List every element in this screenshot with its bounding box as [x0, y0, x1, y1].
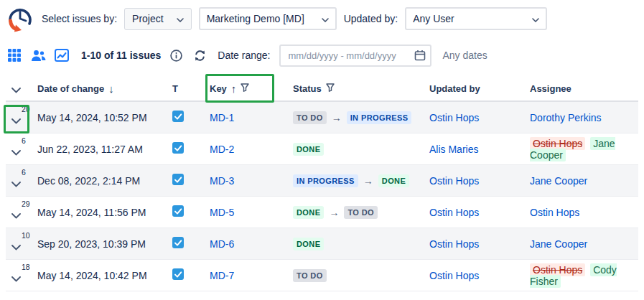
chevron-down-icon — [322, 13, 329, 24]
chevron-down-icon — [177, 13, 184, 24]
project-dropdown[interactable]: Marketing Demo [MD] — [199, 7, 337, 30]
date-of-change: Dec 08, 2022, 2:14 PM — [37, 175, 172, 187]
issue-key-link[interactable]: MD-3 — [210, 175, 234, 187]
refresh-icon[interactable] — [191, 47, 208, 64]
expand-cell: 29 — [6, 197, 37, 228]
expand-all-chevron-icon[interactable] — [11, 85, 21, 95]
filter-funnel-icon[interactable] — [326, 83, 335, 94]
status-cell: TO DO — [293, 269, 429, 282]
issues-table: Date of change ↓ T Key ↑ Status Update — [6, 76, 638, 291]
issue-key-link[interactable]: MD-1 — [210, 112, 234, 123]
assignee-cell: Jane Cooper — [530, 175, 638, 187]
header-date-label: Date of change — [37, 83, 104, 94]
expand-chevron-icon[interactable] — [11, 273, 21, 284]
date-of-change: May 14, 2024, 10:52 PM — [37, 112, 172, 123]
status-badge: IN PROGRESS — [347, 111, 412, 124]
assignee-link[interactable]: Ostin Hops — [530, 207, 579, 218]
change-count: 20 — [22, 105, 30, 113]
table-body: 20 May 14, 2024, 10:52 PM MD-1 TO DO→IN … — [6, 102, 638, 291]
user-dropdown[interactable]: Any User — [405, 7, 547, 30]
task-type-icon — [172, 207, 184, 219]
table-view-icon[interactable] — [6, 47, 23, 64]
status-badge: DONE — [378, 174, 409, 187]
date-range-hint: Any dates — [442, 50, 487, 61]
updated-by-link[interactable]: Ostin Hops — [429, 112, 479, 123]
issues-count: 1-10 of 11 issues — [81, 50, 161, 61]
updated-by-label: Updated by: — [344, 13, 398, 24]
sort-asc-icon[interactable]: ↑ — [231, 83, 237, 95]
expand-chevron-icon[interactable] — [11, 210, 21, 221]
users-view-icon[interactable] — [29, 47, 47, 64]
header-status: Status — [293, 83, 429, 94]
status-cell: IN PROGRESS→DONE — [293, 174, 429, 187]
task-type-icon — [172, 176, 184, 187]
header-assignee-label: Assignee — [530, 83, 571, 94]
select-issues-label: Select issues by: — [42, 13, 117, 24]
assignee-link[interactable]: Jane Cooper — [530, 175, 587, 187]
header-status-label: Status — [293, 83, 322, 94]
status-cell: DONE→TO DO — [293, 206, 429, 219]
assignee-cell: Ostin Hops Jane Cooper — [530, 138, 638, 161]
issue-key-link[interactable]: MD-2 — [210, 144, 234, 155]
type-cell — [172, 205, 210, 219]
issue-key-link[interactable]: MD-7 — [210, 270, 234, 281]
type-cell — [172, 237, 210, 250]
updated-by-link[interactable]: Ostin Hops — [429, 270, 479, 281]
toolbar: 1-10 of 11 issues Date range: — [6, 43, 638, 67]
issue-key-link[interactable]: MD-5 — [210, 207, 234, 218]
expand-chevron-icon[interactable] — [11, 178, 21, 189]
status-badge: DONE — [293, 238, 324, 250]
chart-view-icon[interactable] — [53, 47, 70, 64]
updated-by-link[interactable]: Ostin Hops — [429, 238, 479, 250]
expand-cell: 18 — [6, 260, 37, 291]
header-assignee: Assignee — [530, 83, 638, 94]
status-cell: DONE — [293, 238, 429, 250]
header-key-label: Key — [210, 83, 227, 94]
expand-chevron-icon[interactable] — [11, 241, 21, 253]
table-row: 20 May 14, 2024, 10:52 PM MD-1 TO DO→IN … — [6, 102, 638, 133]
change-count: 29 — [22, 200, 30, 208]
assignee-link[interactable]: Dorothy Perkins — [530, 112, 602, 123]
project-dropdown-value: Marketing Demo [MD] — [207, 13, 304, 24]
status-badge: TO DO — [344, 206, 378, 219]
status-transition-arrow-icon: → — [332, 112, 342, 123]
assignee-link[interactable]: Jane Cooper — [530, 238, 587, 250]
updated-by-link[interactable]: Ostin Hops — [429, 175, 479, 187]
updated-by-link[interactable]: Ostin Hops — [429, 207, 479, 218]
chevron-down-icon — [532, 13, 539, 24]
task-type-icon — [172, 271, 184, 282]
status-badge: DONE — [293, 206, 324, 219]
date-of-change: Sep 20, 2023, 10:39 PM — [37, 238, 172, 250]
filter-funnel-icon[interactable] — [241, 83, 249, 94]
assignee-removed: Ostin Hops — [530, 263, 585, 276]
sort-desc-icon[interactable]: ↓ — [108, 83, 114, 95]
expand-chevron-icon[interactable] — [11, 146, 21, 158]
table-row: 6 Jun 22, 2023, 11:27 AM MD-2 DONE Alis … — [6, 133, 638, 165]
task-type-icon — [172, 144, 184, 156]
assignee-removed: Ostin Hops — [530, 137, 585, 150]
user-dropdown-value: Any User — [413, 13, 454, 24]
change-count: 6 — [22, 168, 26, 177]
issue-key-link[interactable]: MD-6 — [210, 238, 234, 250]
type-cell — [172, 142, 210, 156]
change-count: 18 — [22, 263, 30, 271]
expand-cell: 20 — [6, 102, 37, 133]
info-icon[interactable] — [167, 47, 185, 64]
header-type: T — [172, 83, 210, 94]
table-row: 6 Dec 08, 2022, 2:14 PM MD-3 IN PROGRESS… — [6, 165, 638, 197]
status-badge: DONE — [293, 143, 324, 156]
date-of-change: May 14, 2024, 10:42 PM — [37, 270, 172, 281]
app-logo-icon — [6, 4, 34, 33]
issue-source-value: Project — [132, 13, 164, 24]
assignee-cell: Jane Cooper — [530, 238, 638, 250]
expand-chevron-icon[interactable] — [11, 115, 21, 126]
updated-by-link[interactable]: Alis Maries — [429, 144, 478, 155]
header-expand-all — [6, 76, 37, 100]
topbar: Select issues by: Project Marketing Demo… — [6, 4, 638, 34]
calendar-icon[interactable] — [414, 50, 426, 64]
app-root: Select issues by: Project Marketing Demo… — [0, 0, 644, 300]
header-updated-by-label: Updated by — [429, 83, 480, 94]
date-range-label: Date range: — [218, 50, 270, 61]
issue-source-dropdown[interactable]: Project — [124, 8, 192, 30]
date-range-input[interactable] — [279, 44, 431, 67]
